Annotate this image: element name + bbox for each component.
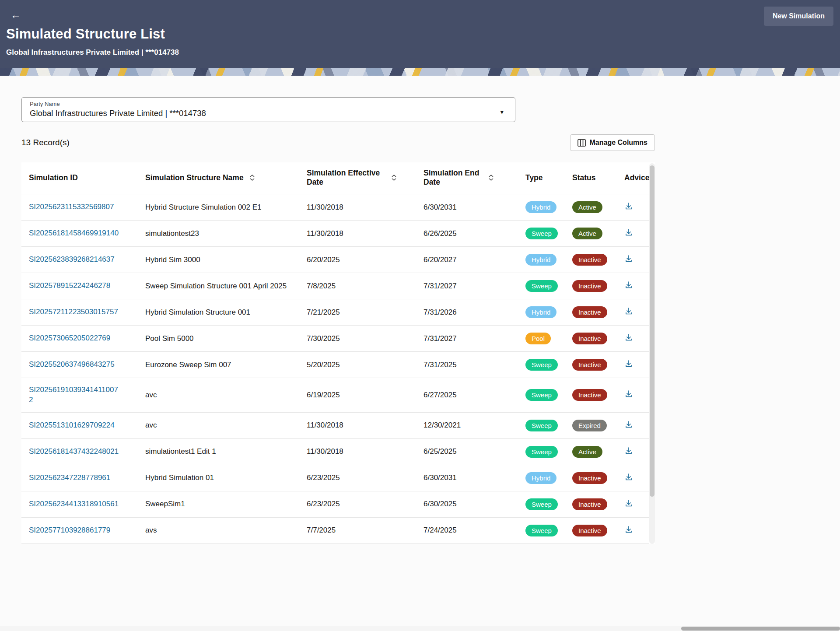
effective-date-cell: 6/23/2025: [299, 491, 416, 517]
effective-date-cell: 7/8/2025: [299, 273, 416, 299]
download-advice-icon[interactable]: [624, 359, 633, 368]
download-advice-icon[interactable]: [624, 420, 633, 429]
structure-name-cell: Hybrid Simulation Structure 001: [138, 299, 299, 326]
table-body: SI2025623115332569807 Hybrid Structure S…: [21, 194, 649, 544]
effective-date-cell: 6/23/2025: [299, 465, 416, 491]
download-advice-icon[interactable]: [624, 525, 633, 534]
col-header-end-date: Simulation End Date: [416, 162, 518, 194]
sort-icon[interactable]: [250, 175, 255, 181]
structure-name-cell: Hybrid Sim 3000: [138, 247, 299, 273]
download-advice-icon[interactable]: [624, 307, 633, 316]
download-advice-icon[interactable]: [624, 389, 633, 398]
status-badge: Inactive: [572, 389, 607, 401]
sort-icon[interactable]: [489, 175, 494, 181]
type-badge: Hybrid: [525, 201, 556, 213]
status-badge: Active: [572, 446, 602, 458]
decorative-pattern-strip: [0, 68, 840, 76]
scrollbar-thumb[interactable]: [650, 165, 654, 497]
structure-name-cell: simulationtest23: [138, 221, 299, 247]
scrollbar-thumb[interactable]: [681, 627, 840, 631]
simulation-id-link[interactable]: SI20256181437432248021: [29, 447, 119, 457]
download-advice-icon[interactable]: [624, 280, 633, 289]
columns-icon: [578, 139, 586, 147]
structure-name-cell: Eurozone Sweep Sim 007: [138, 352, 299, 378]
manage-columns-button[interactable]: Manage Columns: [570, 134, 655, 151]
effective-date-cell: 11/30/2018: [299, 194, 416, 221]
effective-date-cell: 7/7/2025: [299, 517, 416, 543]
table-row: SI2025513101629709224 avc 11/30/2018 12/…: [21, 412, 649, 438]
simulation-id-link[interactable]: SI202561910393414110072: [29, 385, 122, 405]
simulation-id-link[interactable]: SI202573065205022769: [29, 333, 110, 344]
new-simulation-button[interactable]: New Simulation: [764, 7, 833, 26]
end-date-cell: 6/20/2027: [416, 247, 518, 273]
simulation-id-link[interactable]: SI20256181458469919140: [29, 228, 119, 238]
structure-name-cell: SweepSim1: [138, 491, 299, 517]
simulation-table: Simulation ID Simulation Structure Name: [21, 162, 649, 544]
download-advice-icon[interactable]: [624, 254, 633, 263]
structure-name-cell: Pool Sim 5000: [138, 326, 299, 352]
end-date-cell: 12/30/2021: [416, 412, 518, 438]
status-badge: Inactive: [572, 472, 607, 484]
effective-date-cell: 11/30/2018: [299, 412, 416, 438]
structure-name-cell: avs: [138, 517, 299, 543]
status-badge: Expired: [572, 420, 607, 431]
table-row: SI202562347228778961 Hybrid Simulation 0…: [21, 465, 649, 491]
col-header-simulation-id: Simulation ID: [21, 162, 138, 194]
simulation-id-link[interactable]: SI20257211223503015757: [29, 307, 118, 317]
main-content: Party Name Global Infrastructures Privat…: [21, 97, 655, 544]
effective-date-cell: 6/19/2025: [299, 378, 416, 413]
download-advice-icon[interactable]: [624, 228, 633, 237]
status-badge: Active: [572, 201, 602, 213]
col-header-status: Status: [565, 162, 617, 194]
effective-date-cell: 5/20/2025: [299, 352, 416, 378]
simulation-id-link[interactable]: SI2025623115332569807: [29, 202, 114, 212]
status-badge: Active: [572, 228, 602, 239]
structure-name-cell: avc: [138, 378, 299, 413]
simulation-id-link[interactable]: SI20256234413318910561: [29, 499, 119, 509]
download-advice-icon[interactable]: [624, 446, 633, 455]
type-badge: Hybrid: [525, 472, 556, 484]
end-date-cell: 7/31/2026: [416, 299, 518, 326]
table-row: SI20256234413318910561 SweepSim1 6/23/20…: [21, 491, 649, 517]
type-badge: Sweep: [525, 228, 558, 239]
structure-name-cell: Sweep Simulation Structure 001 April 202…: [138, 273, 299, 299]
download-advice-icon[interactable]: [624, 499, 633, 508]
page-title: Simulated Structure List: [6, 26, 165, 42]
type-badge: Sweep: [525, 420, 558, 431]
type-badge: Hybrid: [525, 306, 556, 318]
type-badge: Sweep: [525, 359, 558, 371]
page-horizontal-scrollbar[interactable]: [0, 626, 840, 631]
end-date-cell: 6/26/2025: [416, 221, 518, 247]
back-arrow-icon[interactable]: ←: [10, 10, 21, 20]
download-advice-icon[interactable]: [624, 333, 633, 342]
simulation-id-link[interactable]: SI2025513101629709224: [29, 421, 115, 431]
sort-icon[interactable]: [392, 175, 396, 181]
structure-name-cell: avc: [138, 412, 299, 438]
download-advice-icon[interactable]: [624, 202, 633, 210]
structure-name-cell: simulationtest1 Edit 1: [138, 438, 299, 465]
type-badge: Pool: [525, 333, 551, 344]
simulation-id-link[interactable]: SI2025623839268214637: [29, 255, 115, 265]
col-header-type: Type: [518, 162, 565, 194]
party-name-select[interactable]: Party Name Global Infrastructures Privat…: [21, 97, 515, 122]
table-vertical-scrollbar[interactable]: [649, 163, 655, 544]
effective-date-cell: 11/30/2018: [299, 438, 416, 465]
table-row: SI2025623839268214637 Hybrid Sim 3000 6/…: [21, 247, 649, 273]
type-badge: Sweep: [525, 280, 558, 292]
status-badge: Inactive: [572, 525, 607, 536]
effective-date-cell: 7/30/2025: [299, 326, 416, 352]
simulation-id-link[interactable]: SI202578915224246278: [29, 281, 110, 291]
table-row: SI2025520637496843275 Eurozone Sweep Sim…: [21, 352, 649, 378]
simulation-id-link[interactable]: SI202562347228778961: [29, 473, 110, 483]
type-badge: Sweep: [525, 525, 558, 536]
end-date-cell: 6/25/2025: [416, 438, 518, 465]
chevron-down-icon[interactable]: ▾: [500, 108, 504, 116]
type-badge: Hybrid: [525, 254, 556, 266]
status-badge: Inactive: [572, 306, 607, 318]
end-date-cell: 7/24/2025: [416, 517, 518, 543]
simulation-id-link[interactable]: SI2025520637496843275: [29, 360, 115, 370]
effective-date-cell: 11/30/2018: [299, 221, 416, 247]
simulation-id-link[interactable]: SI202577103928861779: [29, 526, 110, 536]
download-advice-icon[interactable]: [624, 473, 633, 481]
status-badge: Inactive: [572, 280, 607, 292]
